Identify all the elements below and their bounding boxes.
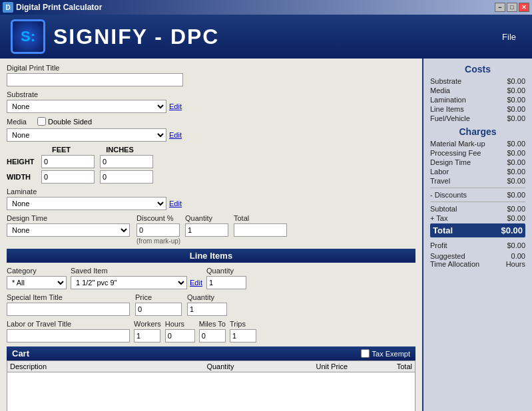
- window-controls: − □ ✕: [495, 3, 529, 12]
- processing-fee-label: Processing Fee: [430, 149, 481, 157]
- design-time-select[interactable]: None: [7, 223, 130, 237]
- substrate-select[interactable]: None: [7, 100, 166, 113]
- special-title-label: Special Item Title: [7, 293, 130, 301]
- design-discount-row: Design Time None Discount % Quantity: [7, 214, 415, 245]
- price-input[interactable]: [135, 303, 182, 316]
- line-items-edit-link[interactable]: Edit: [190, 279, 202, 287]
- trips-container: Trips: [230, 320, 256, 342]
- discounts-label: - Discounts: [430, 191, 467, 199]
- title-bar: D Digital Print Calculator − □ ✕: [0, 0, 532, 15]
- substrate-edit-link[interactable]: Edit: [169, 102, 182, 110]
- profit-section: Profit $0.00 Suggested 0.00 Time Allocat…: [430, 241, 525, 268]
- labor-title-input[interactable]: [7, 329, 130, 342]
- hours-label: Hours: [499, 260, 525, 268]
- line-qty-container: Quantity: [206, 267, 246, 289]
- tax-row: + Tax $0.00: [430, 214, 525, 222]
- media-row: Media Double Sided None Edit: [7, 117, 415, 142]
- media-edit-link[interactable]: Edit: [169, 131, 182, 139]
- quantity-input[interactable]: [185, 223, 228, 237]
- special-qty-input[interactable]: [187, 303, 227, 316]
- hours-container: Hours: [165, 320, 195, 342]
- miles-label: Miles To: [199, 320, 226, 328]
- miles-input[interactable]: [199, 329, 226, 342]
- height-inches-input[interactable]: [100, 155, 153, 168]
- digital-print-title-label: Digital Print Title: [7, 64, 415, 72]
- saved-item-select[interactable]: 1 1/2" pvc 9": [71, 276, 187, 289]
- fuel-cost-row: Fuel/Vehicle $0.00: [430, 114, 525, 122]
- hours-input[interactable]: [165, 329, 195, 342]
- substrate-row: Substrate None Edit: [7, 90, 415, 113]
- tax-label: + Tax: [430, 214, 447, 222]
- double-sided-checkbox[interactable]: [37, 117, 46, 126]
- time-allocation-label: Time Allocation: [430, 260, 479, 268]
- maximize-button[interactable]: □: [507, 3, 517, 12]
- media-cost-value: $0.00: [499, 86, 525, 94]
- charges-title: Charges: [430, 126, 525, 137]
- media-select[interactable]: None: [7, 128, 166, 142]
- line-qty-input[interactable]: [206, 276, 246, 289]
- labor-charge-label: Labor: [430, 168, 449, 176]
- time-allocation-row: Time Allocation Hours: [430, 260, 525, 268]
- profit-row: Profit $0.00: [430, 241, 525, 249]
- special-item-row: Special Item Title Price Quantity: [7, 293, 415, 316]
- quantity-col: Quantity: [185, 214, 228, 237]
- suggested-row: Suggested 0.00: [430, 252, 525, 260]
- saved-item-label: Saved Item: [71, 267, 202, 275]
- media-label: Media: [7, 118, 35, 126]
- line-items-header: Line Items: [7, 249, 415, 263]
- costs-title: Costs: [430, 64, 525, 74]
- price-label: Price: [135, 293, 182, 301]
- trips-input[interactable]: [230, 329, 256, 342]
- special-title-input[interactable]: [7, 303, 130, 316]
- category-select[interactable]: * All: [7, 276, 67, 289]
- height-feet-input[interactable]: [41, 155, 95, 168]
- laminate-row: Laminate None Edit: [7, 188, 415, 210]
- cart-header: Cart Tax Exempt: [7, 346, 415, 360]
- discount-input[interactable]: [136, 223, 180, 237]
- design-time-charge-row: Design Time $0.00: [430, 158, 525, 166]
- height-label: HEIGHT: [7, 158, 41, 166]
- tax-exempt-checkbox[interactable]: [361, 349, 370, 358]
- width-feet-input[interactable]: [41, 170, 95, 184]
- width-inches-input[interactable]: [100, 170, 153, 184]
- double-sided-container: Double Sided: [37, 117, 92, 126]
- laminate-select[interactable]: None: [7, 197, 166, 210]
- close-button[interactable]: ✕: [519, 3, 529, 12]
- substrate-input-row: None Edit: [7, 100, 415, 113]
- media-cost-label: Media: [430, 86, 450, 94]
- discounts-value: $0.00: [499, 191, 525, 199]
- tax-exempt-label: Tax Exempt: [372, 350, 410, 358]
- total-label: Total: [234, 214, 287, 222]
- hw-headers: FEET INCHES: [32, 146, 415, 154]
- lamination-cost-row: Lamination $0.00: [430, 96, 525, 104]
- minimize-button[interactable]: −: [495, 3, 505, 12]
- substrate-cost-row: Substrate $0.00: [430, 77, 525, 85]
- right-panel: Costs Substrate $0.00 Media $0.00 Lamina…: [422, 59, 532, 411]
- category-container: Category * All: [7, 267, 67, 289]
- feet-header: FEET: [32, 146, 91, 154]
- media-input-row: Media Double Sided: [7, 117, 415, 126]
- cart-header-row: Description Quantity Unit Price Total: [7, 361, 415, 372]
- line-qty-label: Quantity: [206, 267, 246, 275]
- laminate-edit-link[interactable]: Edit: [169, 200, 182, 207]
- app-logo: S:: [11, 19, 45, 54]
- special-qty-container: Quantity: [187, 293, 227, 316]
- workers-input[interactable]: [134, 329, 160, 342]
- line-items-cost-row: Line Items $0.00: [430, 105, 525, 113]
- digital-print-title-input[interactable]: [7, 73, 183, 86]
- height-row: HEIGHT: [7, 155, 415, 168]
- quantity-label: Quantity: [185, 214, 228, 222]
- total-input[interactable]: [234, 223, 287, 237]
- substrate-cost-value: $0.00: [499, 77, 525, 85]
- cart-table: Description Quantity Unit Price Total: [7, 360, 415, 411]
- discount-container: Discount % Quantity Total (from mark-up): [136, 214, 287, 245]
- left-panel: Digital Print Title Substrate None Edit …: [0, 59, 422, 411]
- processing-fee-value: $0.00: [499, 149, 525, 157]
- title-bar-text: Digital Print Calculator: [16, 3, 102, 12]
- divider-1: [430, 188, 525, 188]
- design-time-container: Design Time None: [7, 214, 130, 237]
- trips-label: Trips: [230, 320, 256, 328]
- file-menu[interactable]: File: [497, 29, 521, 45]
- from-markup-text: (from mark-up): [136, 237, 287, 245]
- labor-charge-row: Labor $0.00: [430, 168, 525, 176]
